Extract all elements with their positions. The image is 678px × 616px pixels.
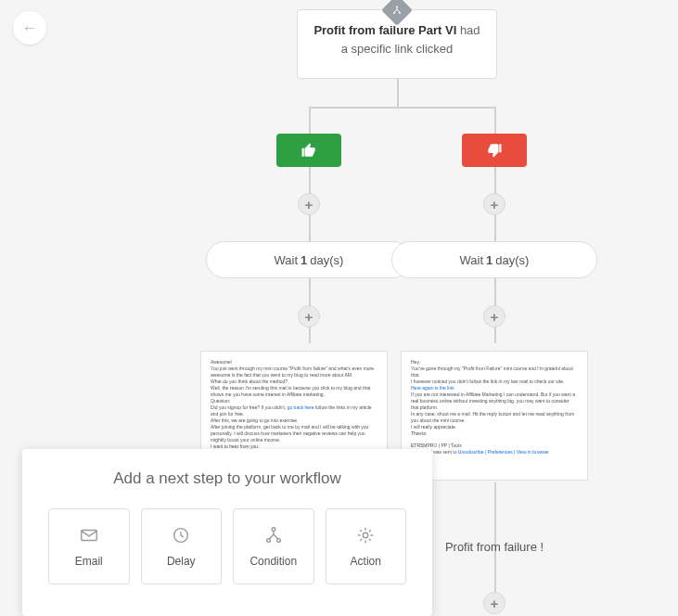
wait-node[interactable]: Wait1day(s)	[391, 241, 597, 278]
condition-icon	[263, 525, 284, 545]
add-step-button[interactable]: +	[483, 592, 505, 614]
svg-point-8	[364, 533, 369, 538]
option-condition[interactable]: Condition	[233, 508, 314, 584]
no-badge[interactable]	[462, 134, 527, 167]
add-step-button[interactable]: +	[298, 305, 320, 327]
yes-badge[interactable]	[276, 134, 341, 167]
add-step-button[interactable]: +	[298, 193, 320, 215]
option-delay[interactable]: Delay	[141, 508, 223, 584]
modal-title: Add a next step to your workflow	[48, 469, 406, 488]
email-icon	[79, 525, 99, 545]
svg-point-2	[399, 12, 401, 14]
wait-node[interactable]: Wait1day(s)	[206, 241, 412, 278]
trigger-node[interactable]: Profit from failure Part VI had a specif…	[297, 9, 497, 79]
option-action[interactable]: Action	[326, 508, 407, 584]
back-button[interactable]: ←	[13, 11, 46, 45]
branch-icon	[381, 0, 413, 26]
thumbs-down-icon	[486, 142, 503, 159]
svg-point-0	[396, 6, 398, 8]
add-step-button[interactable]: +	[483, 305, 505, 327]
add-step-button[interactable]: +	[483, 193, 505, 215]
svg-rect-3	[82, 531, 97, 541]
option-email[interactable]: Email	[48, 508, 130, 584]
clock-icon	[171, 525, 191, 545]
svg-point-7	[276, 539, 280, 543]
gear-icon	[355, 525, 376, 545]
svg-point-5	[272, 528, 275, 532]
add-step-modal: Add a next step to your workflow Email D…	[22, 449, 432, 616]
svg-point-1	[393, 12, 395, 14]
trigger-title: Profit from failure Part VI	[313, 23, 456, 37]
thumbs-up-icon	[301, 142, 317, 159]
svg-point-6	[266, 539, 270, 543]
